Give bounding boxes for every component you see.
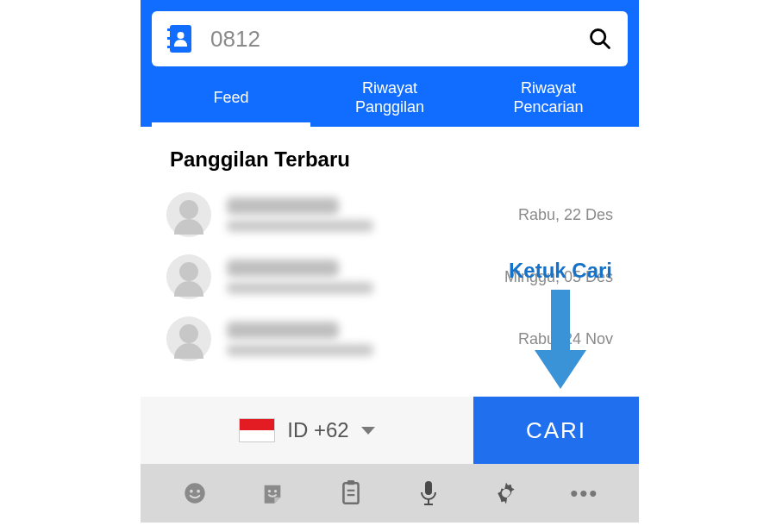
- app-frame: 0812 Feed Riwayat Panggilan Riwayat Penc…: [141, 0, 639, 532]
- avatar: [166, 316, 211, 361]
- country-label: ID +62: [287, 418, 348, 442]
- more-icon[interactable]: •••: [566, 474, 604, 512]
- search-button[interactable]: CARI: [473, 397, 639, 464]
- tab-bar: Feed Riwayat Panggilan Riwayat Pencarian: [152, 70, 628, 127]
- tab-riwayat-pencarian-label: Riwayat Pencarian: [513, 79, 583, 116]
- search-icon[interactable]: [588, 27, 612, 51]
- mic-icon[interactable]: [410, 474, 447, 512]
- blurred-contact: [227, 260, 489, 294]
- svg-rect-2: [167, 37, 172, 40]
- svg-point-4: [178, 32, 185, 39]
- keyboard-toolbar: •••: [141, 464, 639, 523]
- contacts-icon: [167, 25, 191, 53]
- header: 0812 Feed Riwayat Panggilan Riwayat Penc…: [141, 0, 639, 127]
- section-title: Panggilan Terbaru: [141, 127, 639, 184]
- list-item[interactable]: Minggu, 05 Des: [161, 246, 618, 308]
- svg-line-6: [604, 42, 610, 48]
- avatar: [166, 192, 211, 237]
- svg-point-19: [503, 490, 510, 497]
- recent-calls-list: Rabu, 22 Des Minggu, 05 Des Rabu, 24 Nov: [141, 184, 639, 370]
- svg-rect-12: [343, 483, 358, 504]
- blurred-contact: [227, 322, 503, 356]
- svg-rect-3: [167, 46, 172, 48]
- svg-point-10: [268, 490, 271, 492]
- call-date: Rabu, 22 Des: [518, 206, 613, 224]
- svg-rect-1: [167, 28, 172, 31]
- flag-id-icon: [239, 418, 275, 442]
- tab-feed[interactable]: Feed: [152, 70, 310, 127]
- svg-rect-13: [347, 480, 355, 485]
- call-date: Rabu, 24 Nov: [518, 330, 613, 348]
- avatar: [166, 254, 211, 299]
- list-item[interactable]: Rabu, 24 Nov: [161, 308, 618, 370]
- tab-riwayat-panggilan[interactable]: Riwayat Panggilan: [310, 70, 469, 127]
- sticker-icon[interactable]: [253, 474, 291, 512]
- search-bar[interactable]: 0812: [152, 11, 628, 66]
- svg-point-9: [197, 490, 200, 493]
- chevron-down-icon: [361, 427, 375, 435]
- clipboard-icon[interactable]: [332, 474, 370, 512]
- tab-riwayat-panggilan-label: Riwayat Panggilan: [355, 79, 424, 116]
- svg-point-8: [190, 490, 193, 493]
- list-item[interactable]: Rabu, 22 Des: [161, 184, 618, 246]
- search-input[interactable]: 0812: [210, 26, 569, 53]
- gear-icon[interactable]: [487, 474, 525, 512]
- tab-feed-label: Feed: [213, 89, 248, 108]
- tab-riwayat-pencarian[interactable]: Riwayat Pencarian: [469, 70, 628, 127]
- svg-rect-16: [425, 481, 432, 495]
- search-button-label: CARI: [526, 417, 586, 444]
- emoji-icon[interactable]: [176, 474, 214, 512]
- svg-point-11: [274, 490, 277, 492]
- call-date: Minggu, 05 Des: [504, 268, 613, 286]
- blurred-contact: [227, 197, 503, 232]
- country-selector[interactable]: ID +62: [141, 397, 473, 464]
- svg-point-7: [185, 483, 204, 503]
- country-search-bar: ID +62 CARI: [141, 397, 639, 464]
